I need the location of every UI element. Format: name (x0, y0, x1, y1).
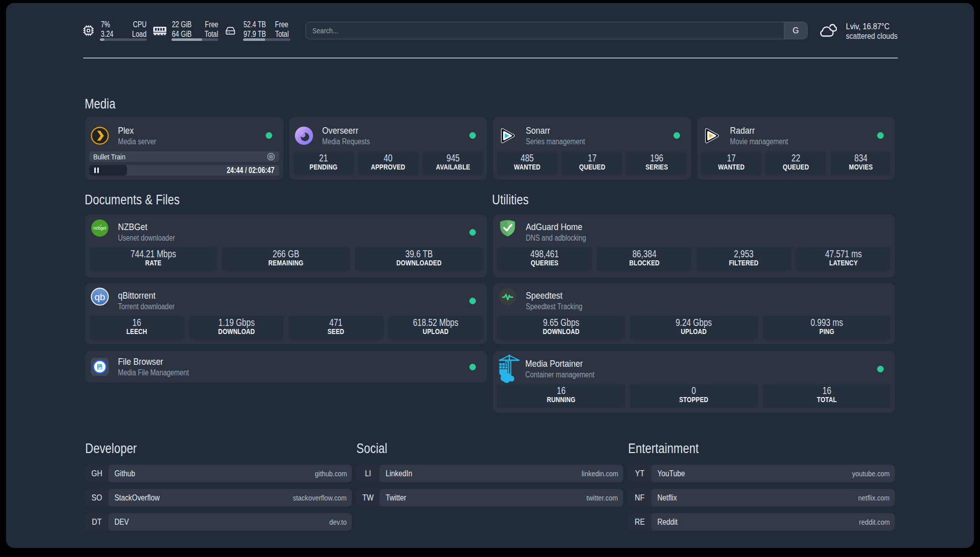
svg-text:qb: qb (94, 292, 105, 302)
svg-text:nzbget: nzbget (93, 226, 106, 231)
